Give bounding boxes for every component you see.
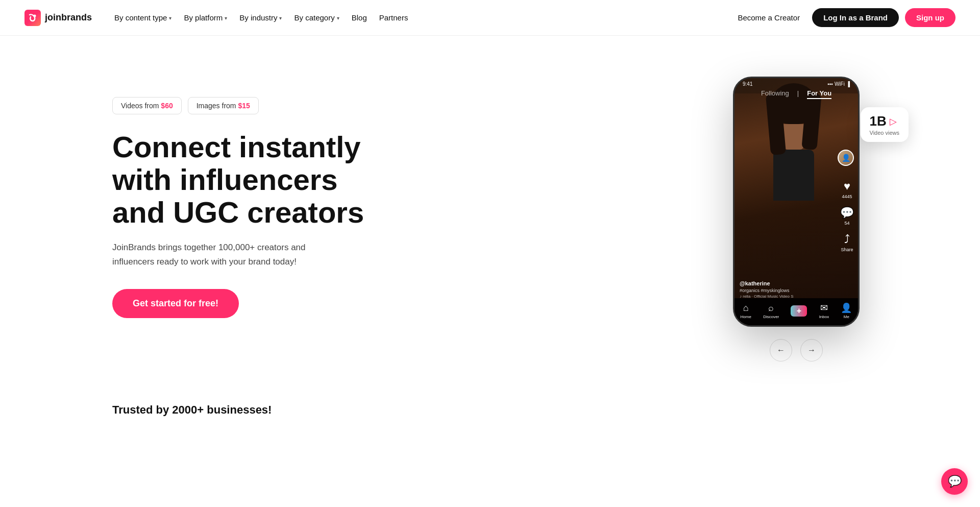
play-icon: ▷ (890, 116, 897, 127)
nav-item-blog[interactable]: Blog (348, 10, 371, 25)
phone-bottom-info: @katherine #organics #myskinglows ♪ rell… (740, 280, 794, 299)
chevron-down-icon: ▾ (169, 15, 172, 21)
trusted-title: Trusted by 2000+ businesses! (112, 403, 868, 417)
login-button[interactable]: Log In as a Brand (812, 8, 899, 27)
hero-section: Videos from $60 Images from $15 Connect … (0, 36, 980, 393)
create-nav[interactable]: + (791, 305, 807, 317)
hero-title: Connect instantly with influencers and U… (112, 131, 378, 228)
home-icon: ⌂ (743, 303, 749, 313)
prev-arrow-button[interactable]: ← (770, 339, 792, 361)
battery-icon: ▐ (846, 81, 850, 87)
signup-button[interactable]: Sign up (905, 8, 955, 27)
brand-name: joinbrands (45, 12, 92, 23)
phone-nav-tabs: Following | For You (734, 89, 858, 99)
nav-item-industry[interactable]: By industry ▾ (235, 10, 286, 25)
stats-number: 1B (870, 113, 887, 129)
me-nav: 👤 Me (841, 302, 852, 319)
nav-left: joinbrands By content type ▾ By platform… (24, 10, 412, 26)
chevron-down-icon: ▾ (225, 15, 227, 21)
stats-content: 1B ▷ Video views (870, 113, 900, 136)
like-count: 4445 (842, 194, 852, 199)
inbox-icon: ✉ (820, 302, 828, 313)
discover-nav: ⌕ Discover (763, 303, 779, 319)
trusted-section: Trusted by 2000+ businesses! (0, 393, 980, 417)
comment-action: 💬 54 (840, 206, 854, 226)
nav-item-category[interactable]: By category ▾ (290, 10, 343, 25)
comment-count: 54 (844, 221, 849, 226)
become-creator-button[interactable]: Become a Creator (731, 10, 806, 25)
video-price-badge: Videos from $60 (112, 97, 182, 114)
wifi-icon: WiFi (835, 81, 845, 87)
creator-hashtags: #organics #myskinglows (740, 288, 794, 293)
inbox-nav: ✉ Inbox (819, 302, 829, 319)
logo[interactable]: joinbrands (24, 10, 92, 26)
nav-links: By content type ▾ By platform ▾ By indus… (110, 10, 412, 25)
video-price: $60 (161, 102, 173, 110)
phone-container: 1B ▷ Video views (674, 77, 919, 327)
creator-username: @katherine (740, 280, 794, 286)
phone-time: 9:41 (743, 81, 752, 87)
heart-icon: ♥ (844, 180, 850, 193)
hero-content: Videos from $60 Images from $15 Connect … (112, 77, 378, 318)
phone-status-bar: 9:41 ▪▪▪ WiFi ▐ (734, 78, 858, 89)
share-label: Share (841, 247, 853, 252)
phone-indicators: ▪▪▪ WiFi ▐ (827, 81, 850, 87)
stats-badge: 1B ▷ Video views (861, 107, 909, 142)
share-icon: ⤴ (844, 233, 850, 246)
phone-frame: 9:41 ▪▪▪ WiFi ▐ Following | For You (733, 77, 860, 327)
comment-icon: 💬 (840, 206, 854, 220)
svg-point-0 (34, 14, 36, 17)
image-price: $15 (238, 102, 250, 110)
next-arrow-button[interactable]: → (800, 339, 823, 361)
navbar: joinbrands By content type ▾ By platform… (0, 0, 980, 36)
cta-button[interactable]: Get started for free! (112, 289, 239, 318)
figure-silhouette (768, 88, 819, 231)
hero-phone-area: 1B ▷ Video views (674, 77, 919, 361)
plus-icon: + (791, 305, 807, 317)
phone-right-actions: ♥ 4445 💬 54 ⤴ Share (840, 180, 854, 252)
nav-item-content-type[interactable]: By content type ▾ (110, 10, 176, 25)
search-icon: ⌕ (768, 303, 774, 313)
nav-item-partners[interactable]: Partners (375, 10, 412, 25)
nav-arrows: ← → (674, 339, 919, 361)
phone-screen: 9:41 ▪▪▪ WiFi ▐ Following | For You (734, 78, 858, 325)
like-action: ♥ 4445 (842, 180, 852, 199)
chevron-down-icon: ▾ (337, 15, 339, 21)
price-badges: Videos from $60 Images from $15 (112, 97, 378, 114)
image-price-badge: Images from $15 (188, 97, 259, 114)
nav-right: Become a Creator Log In as a Brand Sign … (731, 8, 955, 27)
profile-icon: 👤 (841, 302, 852, 313)
logo-icon (24, 10, 41, 26)
chevron-down-icon: ▾ (279, 15, 282, 21)
nav-item-platform[interactable]: By platform ▾ (180, 10, 231, 25)
for-you-tab: For You (807, 89, 831, 99)
creator-avatar: 👤 (838, 150, 854, 166)
home-nav: ⌂ Home (741, 303, 751, 319)
signal-icon: ▪▪▪ (827, 81, 833, 87)
hero-description: JoinBrands brings together 100,000+ crea… (112, 240, 316, 268)
following-tab: Following (761, 89, 789, 99)
stats-label: Video views (870, 130, 900, 136)
phone-bottom-nav: ⌂ Home ⌕ Discover + ✉ Inbox (734, 298, 858, 325)
share-action: ⤴ Share (841, 233, 853, 252)
